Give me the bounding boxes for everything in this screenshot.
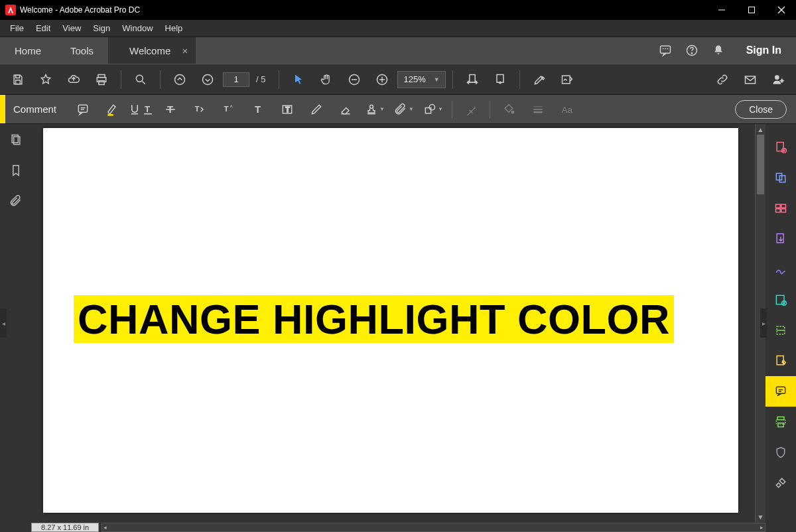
underline-icon[interactable]: T <box>127 97 156 122</box>
star-icon[interactable] <box>33 67 58 92</box>
scroll-down-icon[interactable]: ▼ <box>756 511 765 522</box>
edit-pdf-tool-icon[interactable] <box>765 346 796 376</box>
bell-icon[interactable] <box>705 37 732 64</box>
tab-row: Home Tools Welcome × Sign In <box>0 37 796 64</box>
page-number-input[interactable] <box>223 72 249 87</box>
insert-text-icon[interactable]: T^ <box>214 97 243 122</box>
menu-file[interactable]: File <box>4 21 30 36</box>
stamp-icon[interactable]: ▼ <box>360 97 389 122</box>
scroll-up-icon[interactable]: ▲ <box>756 124 765 135</box>
select-tool-icon[interactable] <box>286 67 311 92</box>
line-width-icon[interactable] <box>523 97 553 122</box>
scan-ocr-icon[interactable] <box>765 315 796 346</box>
print-tool-icon[interactable] <box>765 407 796 437</box>
sticky-note-icon[interactable] <box>68 97 98 122</box>
svg-text:T: T <box>255 103 261 115</box>
horizontal-scrollbar[interactable]: ◂▸ <box>101 523 765 532</box>
zoom-in-icon[interactable] <box>369 67 395 92</box>
svg-text:T: T <box>224 104 229 113</box>
strikethrough-icon[interactable]: T <box>156 97 185 122</box>
right-rail-collapse[interactable]: ▸ <box>760 308 767 338</box>
minimize-button[interactable] <box>706 0 736 20</box>
scroll-thumb[interactable] <box>757 135 764 194</box>
right-rail: ▸ <box>765 124 796 522</box>
zoom-value: 125% <box>403 74 425 84</box>
left-rail-collapse[interactable]: ◂ <box>0 308 7 338</box>
thumbnails-icon[interactable] <box>9 133 23 149</box>
svg-text:Aa: Aa <box>562 105 573 115</box>
attach-icon[interactable]: ▼ <box>389 97 419 122</box>
text-props-icon[interactable]: Aa <box>553 97 582 122</box>
zoom-select[interactable]: 125%▼ <box>397 71 445 88</box>
fit-page-icon[interactable] <box>488 67 513 92</box>
svg-point-50 <box>429 104 434 109</box>
cloud-upload-icon[interactable] <box>61 67 86 92</box>
tab-document[interactable]: Welcome × <box>108 37 196 64</box>
share-user-icon[interactable] <box>765 67 791 92</box>
fill-color-icon[interactable] <box>494 97 523 122</box>
text-comment-icon[interactable]: T <box>243 97 273 122</box>
menu-sign[interactable]: Sign <box>87 21 116 36</box>
highlight-icon[interactable] <box>98 97 127 122</box>
close-comment-button[interactable]: Close <box>735 100 787 119</box>
tab-tools[interactable]: Tools <box>56 37 108 64</box>
replace-text-icon[interactable]: T <box>185 97 214 122</box>
svg-rect-63 <box>779 176 785 182</box>
organize-icon[interactable] <box>765 193 796 224</box>
link-icon[interactable] <box>710 67 735 92</box>
menubar: File Edit View Sign Window Help <box>0 20 796 37</box>
find-icon[interactable] <box>128 67 153 92</box>
fit-width-icon[interactable] <box>460 67 485 92</box>
svg-rect-62 <box>776 173 781 180</box>
menu-help[interactable]: Help <box>159 21 189 36</box>
fill-sign-icon[interactable] <box>765 254 796 285</box>
comment-toolbar: Comment T T T T^ T T ▼ ▼ ▼ Aa Close <box>0 95 796 124</box>
edit-pdf-icon[interactable] <box>527 67 552 92</box>
text-box-icon[interactable]: T <box>273 97 302 122</box>
window-title: Welcome - Adobe Acrobat Pro DC <box>20 5 706 15</box>
next-page-icon[interactable] <box>195 67 220 92</box>
svg-rect-65 <box>781 204 786 208</box>
svg-line-16 <box>143 81 145 84</box>
combine-icon[interactable] <box>765 163 796 193</box>
export-pdf-icon[interactable] <box>765 224 796 254</box>
menu-view[interactable]: View <box>56 21 87 36</box>
comment-active-indicator <box>0 95 5 123</box>
pencil-icon[interactable] <box>302 97 331 122</box>
svg-rect-1 <box>748 7 754 13</box>
tab-close-icon[interactable]: × <box>182 45 188 56</box>
hand-tool-icon[interactable] <box>314 67 339 92</box>
prev-page-icon[interactable] <box>167 67 192 92</box>
attachments-icon[interactable] <box>9 194 23 210</box>
email-icon[interactable] <box>738 67 763 92</box>
left-rail: ◂ <box>0 124 31 522</box>
protect-icon[interactable] <box>765 437 796 468</box>
eraser-icon[interactable] <box>331 97 360 122</box>
shapes-icon[interactable]: ▼ <box>419 97 448 122</box>
tab-home[interactable]: Home <box>0 37 56 64</box>
menu-edit[interactable]: Edit <box>30 21 56 36</box>
zoom-out-icon[interactable] <box>342 67 367 92</box>
svg-rect-32 <box>78 105 87 112</box>
highlighted-text[interactable]: CHANGE HIGHLIGHT COLOR <box>74 295 674 343</box>
svg-text:T: T <box>195 104 200 113</box>
titlebar: Welcome - Adobe Acrobat Pro DC <box>0 0 796 20</box>
create-pdf-icon[interactable] <box>765 132 796 163</box>
close-window-button[interactable] <box>766 0 796 20</box>
save-icon[interactable] <box>5 67 31 92</box>
main-toolbar: / 5 125%▼ <box>0 64 796 95</box>
more-tools-icon[interactable] <box>765 468 796 498</box>
document-scroll[interactable]: CHANGE HIGHLIGHT COLOR <box>31 124 755 522</box>
maximize-button[interactable] <box>736 0 766 20</box>
chat-icon[interactable] <box>652 37 679 64</box>
help-icon[interactable] <box>679 37 705 64</box>
menu-window[interactable]: Window <box>116 21 159 36</box>
svg-rect-69 <box>776 295 784 304</box>
print-icon[interactable] <box>89 67 114 92</box>
sign-in-button[interactable]: Sign In <box>732 37 796 64</box>
send-review-icon[interactable] <box>765 285 796 315</box>
pin-icon[interactable] <box>456 97 486 122</box>
comment-tool-icon[interactable] <box>765 376 796 407</box>
bookmarks-icon[interactable] <box>9 164 23 180</box>
sign-icon[interactable] <box>555 67 580 92</box>
